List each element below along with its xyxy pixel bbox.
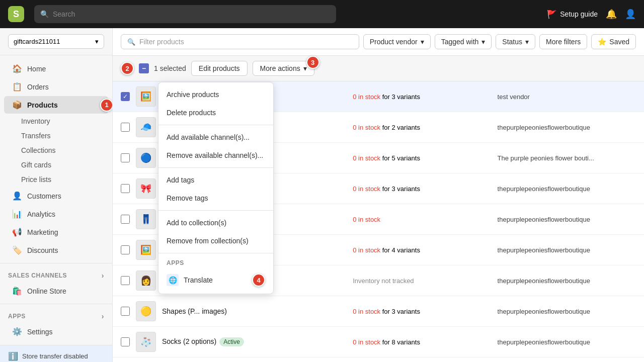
- product-name[interactable]: Socks (2 options)Active: [162, 337, 347, 346]
- status-label: Status: [502, 38, 522, 46]
- apps-section: Apps ›: [0, 308, 112, 322]
- remove-channels-item[interactable]: Remove available channel(s)...: [158, 146, 273, 164]
- product-vendor: thepurplepeoniesflowerboutique: [498, 338, 636, 346]
- sidebar: giftcards211011 ▾ 🏠 Home 📋 Orders 📦 Prod…: [0, 28, 113, 362]
- sidebar-item-discounts[interactable]: 🏷️ Discounts: [4, 241, 108, 259]
- discounts-icon: 🏷️: [12, 245, 22, 255]
- home-icon: 🏠: [12, 64, 22, 73]
- sidebar-item-collections[interactable]: Collections: [21, 143, 112, 157]
- sidebar-item-inventory[interactable]: Inventory: [21, 114, 112, 128]
- translate-app-item[interactable]: 🌐 Translate 4: [158, 269, 273, 291]
- stock-zero-label: 0 in stock: [353, 308, 380, 315]
- edit-products-button[interactable]: Edit products: [191, 61, 248, 76]
- archive-products-item[interactable]: Archive products: [158, 85, 273, 104]
- sidebar-item-home[interactable]: 🏠 Home: [4, 60, 108, 77]
- product-checkbox[interactable]: [121, 337, 130, 346]
- delete-products-item[interactable]: Delete products: [158, 104, 273, 122]
- store-selector[interactable]: giftcards211011 ▾: [0, 28, 112, 55]
- product-thumbnail: 👩: [136, 270, 156, 291]
- product-stock: 0 in stock for 2 variants: [353, 124, 491, 131]
- product-vendor: thepurplepeoniesflowerboutique: [498, 216, 636, 223]
- product-thumbnail: 🎀: [136, 178, 156, 199]
- online-store-icon: 🛍️: [12, 286, 22, 296]
- sidebar-item-label: Discounts: [27, 246, 58, 254]
- stock-zero-label: 0 in stock: [353, 246, 380, 254]
- product-thumbnail: 🖼️: [136, 86, 156, 107]
- search-input[interactable]: [53, 10, 330, 18]
- store-dropdown[interactable]: giftcards211011 ▾: [8, 34, 104, 49]
- product-thumbnail: 🟡: [136, 301, 156, 321]
- add-collection-item[interactable]: Add to collection(s): [158, 214, 273, 232]
- product-row: 🟡 Shapes (P... images) 0 in stock for 3 …: [113, 296, 644, 327]
- product-checkbox[interactable]: [121, 123, 130, 132]
- stock-detail: for 8 variants: [382, 338, 420, 346]
- notification-icon[interactable]: 🔔: [606, 9, 617, 20]
- more-filters-label: More filters: [546, 38, 581, 46]
- sidebar-item-marketing[interactable]: 📢 Marketing: [4, 223, 108, 241]
- remove-tags-item[interactable]: Remove tags: [158, 189, 273, 207]
- product-checkbox[interactable]: [121, 215, 130, 224]
- sidebar-item-label: Products: [27, 101, 58, 109]
- add-channels-item[interactable]: Add available channel(s)...: [158, 128, 273, 146]
- setup-guide-label: Setup guide: [560, 10, 598, 18]
- more-actions-label: More actions: [260, 64, 300, 72]
- filter-search-box[interactable]: 🔍: [121, 34, 359, 49]
- more-filters-button[interactable]: More filters: [539, 34, 587, 49]
- action-bar: 2 − 1 selected Edit products More action…: [113, 56, 644, 81]
- tagged-with-filter[interactable]: Tagged with ▾: [435, 34, 492, 49]
- setup-guide-button[interactable]: 🚩 Setup guide: [547, 10, 598, 19]
- product-checkbox[interactable]: [121, 184, 130, 193]
- analytics-icon: 📊: [12, 209, 22, 219]
- remove-collection-item[interactable]: Remove from collection(s): [158, 232, 273, 250]
- search-bar[interactable]: 🔍: [34, 5, 336, 23]
- step-badge-2: 2: [121, 62, 134, 75]
- product-checkbox[interactable]: [121, 153, 130, 162]
- product-checkbox[interactable]: [121, 276, 130, 285]
- status-filter[interactable]: Status ▾: [496, 34, 535, 49]
- sidebar-item-label: Analytics: [27, 210, 55, 218]
- more-actions-container: More actions ▾ 3: [253, 61, 314, 76]
- section-title-label: Sales channels: [8, 272, 67, 279]
- stock-detail: for 2 variants: [382, 124, 420, 131]
- translate-app-icon: 🌐: [167, 274, 179, 286]
- expand-icon[interactable]: ›: [102, 312, 104, 320]
- product-vendor: thepurplepeoniesflowerboutique: [498, 308, 636, 315]
- stock-detail: for 3 variants: [382, 308, 420, 315]
- sidebar-item-analytics[interactable]: 📊 Analytics: [4, 205, 108, 223]
- sidebar-item-price-lists[interactable]: Price lists: [21, 172, 112, 187]
- product-vendor: thepurplepeoniesflowerboutique: [498, 185, 636, 193]
- product-checkbox[interactable]: [121, 245, 130, 254]
- product-checkbox[interactable]: [121, 307, 130, 316]
- sidebar-sub-label: Price lists: [21, 175, 51, 184]
- stock-detail: for 3 variants: [382, 185, 420, 193]
- products-icon: 📦: [12, 100, 22, 110]
- sidebar-item-customers[interactable]: 👤 Customers: [4, 187, 108, 205]
- shopify-logo[interactable]: S: [8, 6, 24, 22]
- add-tags-item[interactable]: Add tags: [158, 171, 273, 189]
- product-checkbox[interactable]: ✓: [121, 92, 130, 101]
- product-name[interactable]: Shapes (P... images): [162, 307, 347, 315]
- sidebar-item-products[interactable]: 📦 Products 1: [4, 96, 108, 114]
- product-vendor-filter[interactable]: Product vendor ▾: [363, 34, 431, 49]
- step-badge-4: 4: [252, 274, 265, 287]
- product-vendor: thepurplepeoniesflowerboutique: [498, 246, 636, 254]
- stock-detail: for 5 variants: [382, 154, 420, 162]
- products-subnav: Inventory Transfers Collections Gift car…: [0, 114, 112, 187]
- selected-count: 1 selected: [154, 64, 186, 72]
- filter-search-input[interactable]: [139, 38, 353, 46]
- avatar-icon[interactable]: 👤: [625, 9, 636, 20]
- sidebar-divider-2: [0, 304, 112, 304]
- stock-zero-label: 0 in stock: [353, 338, 380, 346]
- more-actions-button[interactable]: More actions ▾: [253, 61, 314, 76]
- marketing-icon: 📢: [12, 227, 22, 237]
- product-stock: 0 in stock: [353, 216, 491, 223]
- sidebar-item-online-store[interactable]: 🛍️ Online Store: [4, 282, 108, 300]
- sidebar-item-gift-cards[interactable]: Gift cards: [21, 158, 112, 172]
- saved-button[interactable]: ⭐ Saved: [591, 34, 636, 49]
- stock-zero-label: 0 in stock: [353, 185, 380, 193]
- sidebar-item-orders[interactable]: 📋 Orders: [4, 78, 108, 96]
- expand-icon[interactable]: ›: [102, 272, 104, 280]
- sidebar-item-settings[interactable]: ⚙️ Settings: [4, 323, 108, 340]
- deselect-button[interactable]: −: [139, 63, 149, 73]
- sidebar-item-transfers[interactable]: Transfers: [21, 129, 112, 143]
